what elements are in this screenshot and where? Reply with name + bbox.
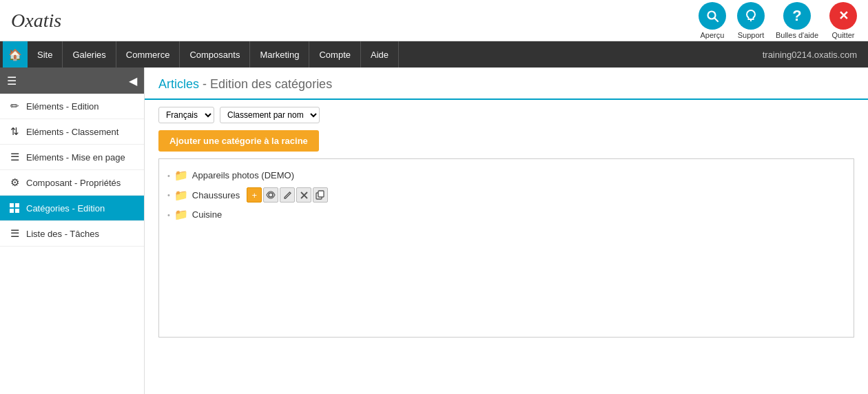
category-name[interactable]: Cuisine — [192, 209, 222, 220]
toolbar: Français Classement par nom — [145, 100, 868, 130]
svg-rect-5 — [10, 209, 14, 213]
sidebar-item-label: Eléments - Classement — [26, 127, 118, 137]
tree-bullet: • — [167, 211, 170, 219]
liste-taches-icon: ☰ — [8, 227, 21, 240]
nav-composants[interactable]: Composants — [180, 41, 250, 68]
apercu-button[interactable]: Aperçu — [699, 2, 726, 39]
tree-bullet: • — [167, 191, 170, 199]
sidebar-menu-icon[interactable]: ☰ — [7, 74, 17, 87]
header: Oxatis Aperçu Support ? Bulles d'aide ✕ … — [0, 0, 868, 41]
svg-point-7 — [269, 193, 273, 197]
svg-rect-3 — [10, 203, 14, 207]
delete-button[interactable] — [296, 187, 311, 203]
svg-rect-6 — [15, 209, 19, 213]
nav-galeries[interactable]: Galeries — [63, 41, 116, 68]
page-title-text: - Edition des catégories — [203, 77, 332, 91]
svg-rect-4 — [15, 203, 19, 207]
category-tree: • 📁 Appareils photos (DEMO) • 📁 Chaussur… — [158, 158, 854, 338]
navbar: 🏠 Site Galeries Commerce Composants Mark… — [0, 41, 868, 68]
category-name[interactable]: Chaussures — [192, 190, 240, 200]
breadcrumb-link[interactable]: Articles — [158, 77, 199, 91]
navbar-domain: training0214.oxatis.com — [763, 50, 868, 60]
nav-site[interactable]: Site — [28, 41, 63, 68]
main-content: Articles - Edition des catégories França… — [145, 68, 868, 394]
layout: ☰ ◀ ✏ Eléments - Edition ⇅ Eléments - Cl… — [0, 68, 868, 394]
category-name[interactable]: Appareils photos (DEMO) — [192, 170, 294, 180]
svg-rect-11 — [318, 191, 324, 197]
copy-button[interactable] — [313, 187, 328, 203]
tree-item: • 📁 Chaussures + — [166, 185, 847, 205]
tree-bullet: • — [167, 172, 170, 180]
quitter-label: Quitter — [831, 31, 854, 39]
categories-edition-icon — [8, 202, 21, 214]
add-root-category-button[interactable]: Ajouter une catégorie à la racine — [158, 130, 319, 152]
nav-compte[interactable]: Compte — [309, 41, 361, 68]
sidebar-item-categories-edition[interactable]: Catégories - Edition — [0, 196, 144, 221]
elements-classement-icon: ⇅ — [8, 125, 21, 138]
folder-icon: 📁 — [174, 169, 188, 182]
page-title: Articles - Edition des catégories — [158, 77, 332, 91]
quitter-button[interactable]: ✕ Quitter — [829, 2, 857, 39]
folder-icon: 📁 — [174, 208, 188, 221]
tree-item: • 📁 Cuisine — [166, 205, 847, 224]
elements-edition-icon: ✏ — [8, 100, 21, 112]
folder-icon: 📁 — [174, 189, 188, 202]
sidebar-item-liste-taches[interactable]: ☰ Liste des - Tâches — [0, 221, 144, 247]
nav-home[interactable]: 🏠 — [3, 41, 28, 68]
bulles-button[interactable]: ? Bulles d'aide — [776, 2, 818, 39]
nav-marketing[interactable]: Marketing — [250, 41, 309, 68]
edit-button[interactable] — [280, 187, 295, 203]
page-header: Articles - Edition des catégories — [145, 68, 868, 100]
sidebar-item-label: Liste des - Tâches — [26, 229, 99, 239]
nav-aide[interactable]: Aide — [361, 41, 399, 68]
bulles-icon: ? — [783, 2, 811, 30]
composant-proprietes-icon: ⚙ — [8, 176, 21, 189]
svg-line-1 — [714, 18, 718, 21]
support-icon — [737, 2, 765, 30]
quitter-icon: ✕ — [829, 2, 857, 30]
tree-item: • 📁 Appareils photos (DEMO) — [166, 166, 847, 185]
sidebar-collapse-icon[interactable]: ◀ — [129, 74, 137, 87]
logo: Oxatis — [11, 10, 61, 32]
sidebar: ☰ ◀ ✏ Eléments - Edition ⇅ Eléments - Cl… — [0, 68, 145, 394]
sidebar-item-composant-proprietes[interactable]: ⚙ Composant - Propriétés — [0, 170, 144, 196]
language-select[interactable]: Français — [158, 107, 214, 123]
sidebar-item-elements-edition[interactable]: ✏ Eléments - Edition — [0, 94, 144, 119]
bulles-label: Bulles d'aide — [776, 31, 818, 39]
header-icons: Aperçu Support ? Bulles d'aide ✕ Quitter — [699, 2, 857, 39]
apercu-icon — [699, 2, 726, 30]
sidebar-item-label: Eléments - Edition — [26, 101, 99, 112]
sort-select[interactable]: Classement par nom — [220, 107, 320, 123]
sidebar-item-label: Catégories - Edition — [26, 203, 105, 214]
support-label: Support — [738, 31, 765, 39]
sidebar-header: ☰ ◀ — [0, 68, 144, 94]
nav-commerce[interactable]: Commerce — [116, 41, 180, 68]
view-button[interactable] — [263, 187, 278, 203]
tree-actions: + — [247, 187, 328, 203]
sidebar-item-label: Eléments - Mise en page — [26, 152, 125, 163]
support-button[interactable]: Support — [737, 2, 765, 39]
apercu-label: Aperçu — [701, 31, 725, 39]
sidebar-item-label: Composant - Propriétés — [26, 178, 121, 188]
add-subcategory-button[interactable]: + — [247, 187, 262, 203]
elements-mise-en-page-icon: ☰ — [8, 151, 21, 163]
sidebar-item-elements-mise-en-page[interactable]: ☰ Eléments - Mise en page — [0, 145, 144, 170]
sidebar-item-elements-classement[interactable]: ⇅ Eléments - Classement — [0, 119, 144, 145]
